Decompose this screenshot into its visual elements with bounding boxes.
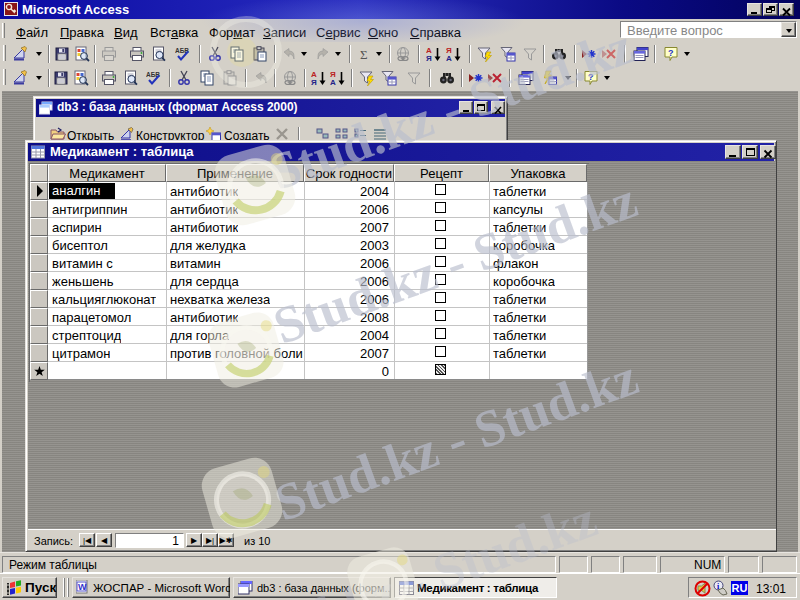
svg-text:Я: Я [311,78,317,86]
svg-text:А: А [446,54,452,62]
svg-text:Я: Я [426,54,432,62]
svg-text:?: ? [588,72,594,82]
svg-text:?: ? [668,48,674,58]
svg-text:W: W [78,582,87,592]
svg-text:Σ: Σ [360,47,368,62]
svg-text:А: А [330,78,336,86]
